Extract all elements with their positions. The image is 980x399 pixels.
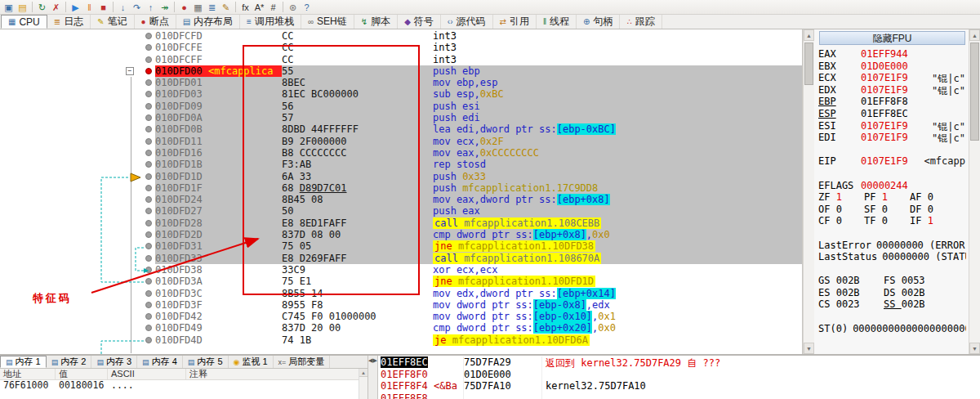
splitter-right-icon[interactable]: ▶ (373, 357, 377, 363)
disasm-row[interactable]: 010DFD0B8DBD 44FFFFFFlea edi,dword ptr s… (0, 123, 802, 135)
breakpoint-gutter[interactable] (122, 229, 155, 240)
help-icon[interactable]: ? (300, 1, 314, 14)
breakpoint-gutter[interactable] (122, 288, 155, 299)
bottom-tab-memory-1[interactable]: ▤内存 1 (0, 356, 47, 368)
gutter-dot-icon[interactable] (145, 114, 152, 121)
disasm-row[interactable]: 010DFD2D837D 08 00cmp dword ptr ss:[ebp+… (0, 229, 802, 240)
breakpoint-gutter[interactable] (122, 194, 155, 205)
memory-map-icon[interactable]: ▦ (191, 1, 205, 14)
disasm-row[interactable]: 010DFD1BF3:ABrep stosd (0, 159, 802, 170)
gutter-dot-icon[interactable] (145, 91, 152, 97)
scroll-up-icon[interactable]: ▲ (969, 29, 980, 41)
disasm-row[interactable]: 010DFD42C745 F0 01000000mov dword ptr ss… (0, 311, 802, 322)
disassembly-pane[interactable]: 010DFCFDCCint3010DFCFECCint3010DFCFFCCin… (0, 29, 803, 354)
flags-row[interactable]: CF 0TF 0IF 1 (818, 215, 966, 227)
gutter-dot-icon[interactable] (145, 138, 152, 145)
gutter-dot-icon[interactable] (145, 325, 152, 331)
gutter-dot-icon[interactable] (145, 290, 152, 297)
gutter-dot-icon[interactable] (145, 126, 152, 132)
tab-notes[interactable]: ✎笔记 (91, 15, 134, 29)
disasm-row[interactable]: 010DFD3F8955 F8mov dword ptr ss:[ebp-0x8… (0, 299, 802, 311)
restart-icon[interactable]: ↻ (35, 1, 49, 14)
tab-handles[interactable]: ⊕句柄 (577, 15, 620, 29)
flags-row[interactable]: OF 0SF 0DF 0 (818, 204, 966, 216)
tab-source[interactable]: ‹›源代码 (441, 15, 493, 29)
register-eip[interactable]: EIP0107E1F9<mfcapp (818, 155, 966, 168)
gutter-dot-icon[interactable] (145, 243, 152, 249)
disasm-row[interactable]: 010DFD28E8 8ED1FAFFcall mfcapplication1.… (0, 217, 802, 229)
register-ebp[interactable]: EBP01EFF8F8 (818, 96, 966, 108)
breakpoint-gutter[interactable] (122, 136, 155, 147)
run-to-user-code-icon[interactable]: ↠ (158, 1, 172, 14)
breakpoint-gutter[interactable] (122, 253, 155, 264)
disasm-row[interactable]: 010DFCFDCCint3 (0, 30, 802, 42)
gutter-dot-icon[interactable] (145, 185, 152, 191)
gutter-dot-icon[interactable] (145, 220, 152, 226)
disasm-row[interactable]: 010DFCFFCCint3 (0, 54, 802, 65)
bottom-tab-locals[interactable]: x=局部变量 (274, 356, 331, 368)
gutter-dot-icon[interactable] (145, 150, 152, 156)
disasm-row[interactable]: 010DFD0381EC BC000000sub esp,0xBC (0, 88, 802, 100)
gutter-dot-icon[interactable] (145, 278, 152, 285)
tab-seh-chain[interactable]: ∞SEH链 (301, 15, 354, 29)
breakpoint-gutter[interactable] (122, 54, 155, 65)
bottom-tab-watch-1[interactable]: ◉监视 1 (229, 356, 274, 368)
notes-icon[interactable]: ✎ (219, 1, 233, 14)
scroll-up-icon[interactable]: ▲ (804, 29, 814, 41)
tab-script[interactable]: ↯脚本 (354, 15, 398, 29)
breakpoint-gutter[interactable] (122, 171, 155, 182)
tab-threads[interactable]: ‖线程 (537, 15, 577, 29)
disasm-row[interactable]: 010DFD49837D 20 00cmp dword ptr ss:[ebp+… (0, 322, 802, 334)
disasm-row[interactable]: 010DFD018BECmov ebp,esp (0, 77, 802, 88)
disasm-row[interactable]: 010DFD1F68 D89D7C01push mfcapplication1.… (0, 182, 802, 194)
tab-memory-map[interactable]: ▤内存布局 (176, 15, 240, 29)
stack-row[interactable]: 01EFF8F4 <&Ba75D7FA10kernel32.75D7FA10 (378, 380, 980, 392)
breakpoint-gutter[interactable] (122, 77, 155, 88)
gutter-dot-icon[interactable] (145, 196, 152, 203)
tab-cpu[interactable]: ▦CPU (1, 15, 47, 29)
register-edx[interactable]: EDX0107E1F9"锟|c" (818, 84, 966, 96)
disasm-row[interactable]: 010DFD4D˅74 1Bje mfcapplication1.10DFD6A (0, 334, 802, 346)
close-icon[interactable]: ✗ (49, 1, 63, 14)
breakpoint-icon[interactable]: ● (177, 1, 191, 14)
bottom-tab-memory-4[interactable]: ▤内存 4 (137, 356, 183, 368)
dump-scrollbar[interactable]: ▲ (359, 369, 368, 399)
memory-dump-table[interactable]: 地址值ASCII注释 76F6100000180016.... (0, 369, 368, 399)
register-eax[interactable]: EAX01EFF944 (818, 48, 966, 61)
ordinal-icon[interactable]: # (266, 1, 280, 14)
step-out-icon[interactable]: ↑ (144, 1, 158, 14)
text-search-icon[interactable]: A* (252, 1, 266, 14)
register-eflags[interactable]: EFLAGS00000244 (818, 180, 966, 192)
scroll-up-icon[interactable]: ▲ (359, 369, 368, 377)
breakpoint-gutter[interactable] (122, 276, 155, 287)
register-esp[interactable]: ESP01EFF8EC (818, 108, 966, 120)
register-st0[interactable]: ST(0)00000000000000000000 (818, 323, 966, 335)
breakpoint-dot-icon[interactable] (145, 68, 152, 74)
gutter-dot-icon[interactable] (145, 255, 152, 262)
scrollbar-thumb[interactable] (970, 43, 979, 141)
register-esi[interactable]: ESI0107E1F9"锟|c" (818, 120, 966, 132)
breakpoint-gutter[interactable] (122, 205, 155, 217)
bottom-tab-memory-3[interactable]: ▤内存 3 (91, 356, 137, 368)
gutter-dot-icon[interactable] (145, 79, 152, 86)
registers-scrollbar[interactable]: ▲ ▼ (969, 29, 980, 354)
stack-row[interactable]: 01EFF8F001D0E000 (378, 369, 980, 381)
tab-call-stack[interactable]: ≡调用堆栈 (240, 15, 301, 29)
breakpoint-gutter[interactable] (122, 311, 155, 322)
bottom-tab-memory-2[interactable]: ▤内存 2 (47, 356, 92, 368)
disasm-row[interactable]: 010DFD33E8 D269FAFFcall mfcapplication1.… (0, 253, 802, 264)
stack-pane[interactable]: 01EFF8EC75D7FA29返回到 kernel32.75D7FA29 自 … (378, 356, 980, 399)
breakpoint-gutter[interactable] (122, 30, 155, 42)
stack-row[interactable]: 01EFF8EC75D7FA29返回到 kernel32.75D7FA29 自 … (378, 356, 980, 369)
gutter-dot-icon[interactable] (145, 103, 152, 110)
flags-row[interactable]: GS 002BFS 0053 (818, 275, 966, 287)
disasm-row[interactable]: 010DFD0956push esi (0, 101, 802, 112)
stop-icon[interactable]: ■ (96, 1, 110, 14)
gutter-dot-icon[interactable] (145, 208, 152, 214)
flags-row[interactable]: CS 0023SS 002B (818, 298, 966, 311)
run-icon[interactable]: ▶ (69, 1, 82, 14)
scrollbar-thumb[interactable] (804, 43, 813, 85)
open-file-icon[interactable]: ▤ (16, 1, 29, 14)
breakpoint-gutter[interactable] (122, 264, 155, 276)
disasm-row[interactable]: 010DFD0A57push edi (0, 112, 802, 123)
